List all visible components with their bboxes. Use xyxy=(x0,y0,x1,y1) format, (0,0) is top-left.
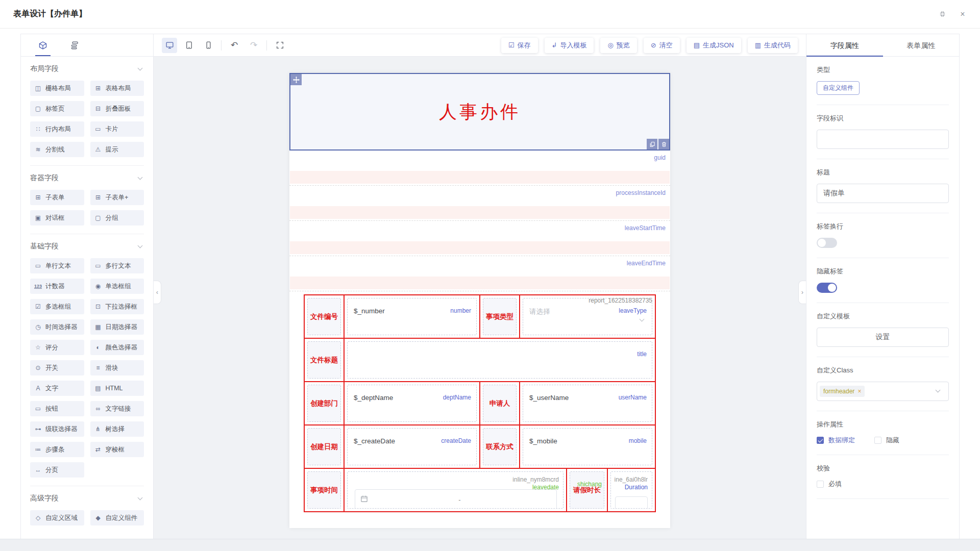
label-cell-inner: 申请人 xyxy=(483,385,517,422)
palette-item-html[interactable]: ▤HTML xyxy=(90,381,144,396)
checkbox-必填[interactable]: 必填 xyxy=(817,480,842,489)
desktop-icon[interactable] xyxy=(162,38,177,53)
palette-item-custom-component[interactable]: ◆自定义组件 xyxy=(90,510,144,525)
palette-item-date[interactable]: ▦日期选择器 xyxy=(90,319,144,335)
compress-icon[interactable] xyxy=(938,10,946,18)
chevron-down-icon xyxy=(138,175,143,180)
table-label-cell[interactable]: 文件编号 xyxy=(305,295,345,338)
palette-item-slider[interactable]: ≡滑块 xyxy=(90,360,144,375)
move-icon[interactable] xyxy=(290,74,302,85)
remove-tag-icon[interactable]: × xyxy=(857,388,861,395)
table-field-cell[interactable]: $_userNameuserName xyxy=(520,382,655,424)
palette-item-steps[interactable]: ≔步骤条 xyxy=(30,442,84,457)
palette-item-grid[interactable]: ◫栅格布局 xyxy=(30,81,84,96)
table-field-cell[interactable]: $_deptNamedeptName xyxy=(345,382,480,424)
palette-item-color[interactable]: ◐颜色选择器 xyxy=(90,340,144,355)
type-value-chip[interactable]: 自定义组件 xyxy=(817,81,860,95)
table-duration-cell[interactable]: ine_6ai0h8lrDuration xyxy=(608,469,655,511)
table-field-cell[interactable]: $_createDatecreateDate xyxy=(345,425,480,468)
duration-input[interactable] xyxy=(615,496,648,509)
hidden-field-leaveEndTime[interactable]: leaveEndTime xyxy=(289,256,670,291)
table-label-cell[interactable]: 请假时长shichang xyxy=(567,469,608,511)
action-save-button[interactable]: ☑保存 xyxy=(501,38,538,53)
table-label-cell[interactable]: 联系方式 xyxy=(480,425,520,468)
palette-section-header[interactable]: 布局字段 xyxy=(30,64,144,73)
custom-class-select[interactable]: formheader× xyxy=(817,382,949,401)
table-label-cell[interactable]: 创建部门 xyxy=(305,382,345,424)
palette-section-header[interactable]: 高级字段 xyxy=(30,494,144,503)
palette-item-time[interactable]: ◷时间选择器 xyxy=(30,319,84,335)
palette-item-card[interactable]: ▭卡片 xyxy=(90,121,144,137)
collapse-left-handle[interactable]: ‹ xyxy=(154,281,161,304)
copy-icon[interactable] xyxy=(647,139,657,149)
collapse-right-handle[interactable]: › xyxy=(798,281,806,304)
table-label-cell[interactable]: 事项时间 xyxy=(305,469,345,511)
palette-item-rate[interactable]: ☆评分 xyxy=(30,340,84,355)
palette-item-alert[interactable]: ⚠提示 xyxy=(90,142,144,157)
table-label-cell[interactable]: 事项类型 xyxy=(480,295,520,338)
phone-icon[interactable] xyxy=(201,38,216,53)
action-preview-button[interactable]: ◎预览 xyxy=(600,38,636,53)
components-cube-icon[interactable] xyxy=(36,34,50,56)
palette-item-tree[interactable]: ⋔树选择 xyxy=(90,421,144,437)
hidden-field-processInstanceId[interactable]: processInstanceId xyxy=(289,186,670,221)
action-json-button[interactable]: ▤生成JSON xyxy=(687,38,741,53)
palette-item-switch[interactable]: ⊙开关 xyxy=(30,360,84,375)
palette-item-textarea[interactable]: ▭多行文本 xyxy=(90,258,144,273)
palette-item-label: 折叠面板 xyxy=(106,105,131,113)
palette-item-subform-plus[interactable]: ⊞子表单+ xyxy=(90,190,144,205)
palette-item-custom-area[interactable]: ◇自定义区域 xyxy=(30,510,84,525)
form-header-block[interactable]: 人事办件 xyxy=(289,73,670,151)
palette-item-collapse[interactable]: ⊟折叠面板 xyxy=(90,101,144,116)
template-settings-button[interactable]: 设置 xyxy=(817,328,949,347)
undo-icon[interactable]: ↶ xyxy=(227,38,242,53)
table-label-cell[interactable]: 申请人 xyxy=(480,382,520,424)
fullscreen-icon[interactable] xyxy=(272,38,287,53)
action-code-button[interactable]: ▥生成代码 xyxy=(748,38,798,53)
table-field-cell[interactable]: $_mobilemobile xyxy=(520,425,655,468)
palette-item-input[interactable]: ▭单行文本 xyxy=(30,258,84,273)
palette-item-button[interactable]: ▭按钮 xyxy=(30,401,84,416)
palette-item-cascader[interactable]: ⊶级联选择器 xyxy=(30,421,84,437)
palette-item-radio[interactable]: ◉单选框组 xyxy=(90,279,144,294)
hide-label-toggle[interactable] xyxy=(817,283,837,293)
table-label-cell[interactable]: 创建日期 xyxy=(305,425,345,468)
checkbox-隐藏[interactable]: 隐藏 xyxy=(874,436,899,445)
palette-item-tabs[interactable]: ▢标签页 xyxy=(30,101,84,116)
palette-item-counter[interactable]: 123计数器 xyxy=(30,279,84,294)
table-field-cell[interactable]: title xyxy=(345,339,655,381)
palette-item-divider[interactable]: ≋分割线 xyxy=(30,142,84,157)
close-icon[interactable]: × xyxy=(959,10,967,18)
palette-item-inline[interactable]: ∷行内布局 xyxy=(30,121,84,137)
palette-section-header[interactable]: 基础字段 xyxy=(30,242,144,251)
palette-item-text[interactable]: A文字 xyxy=(30,381,84,396)
palette-item-table[interactable]: ⊞表格布局 xyxy=(90,81,144,96)
tab-field-properties[interactable]: 字段属性 xyxy=(806,34,883,56)
daterange-picker[interactable]: - xyxy=(355,489,557,509)
tablet-icon[interactable] xyxy=(181,38,197,53)
trash-icon[interactable] xyxy=(658,139,669,149)
redo-icon[interactable]: ↷ xyxy=(246,38,261,53)
palette-item-group[interactable]: ▢分组 xyxy=(90,210,144,226)
label-wrap-toggle[interactable] xyxy=(817,238,837,248)
table-field-cell[interactable]: $_numbernumber xyxy=(345,295,480,338)
table-label-cell[interactable]: 文件标题 xyxy=(305,339,345,381)
tab-form-properties[interactable]: 表单属性 xyxy=(883,34,960,56)
hidden-field-leaveStartTime[interactable]: leaveStartTime xyxy=(289,221,670,256)
palette-item-link[interactable]: ∞文字链接 xyxy=(90,401,144,416)
action-import-button[interactable]: ↲导入模板 xyxy=(545,38,594,53)
outline-list-icon[interactable] xyxy=(68,34,81,56)
palette-item-checkbox[interactable]: ☑多选框组 xyxy=(30,299,84,314)
field-id-input[interactable] xyxy=(817,130,949,149)
palette-item-dialog[interactable]: ▣对话框 xyxy=(30,210,84,226)
hidden-field-guid[interactable]: guid xyxy=(289,151,670,186)
action-clear-button[interactable]: ⊘清空 xyxy=(644,38,680,53)
palette-section-header[interactable]: 容器字段 xyxy=(30,173,144,183)
title-input[interactable] xyxy=(817,184,949,203)
palette-item-select[interactable]: ⊡下拉选择框 xyxy=(90,299,144,314)
table-daterange-cell[interactable]: inline_nym8mcrdleavedate- xyxy=(345,469,567,511)
checkbox-数据绑定[interactable]: 数据绑定 xyxy=(817,436,855,445)
palette-item-subform[interactable]: ⊞子表单 xyxy=(30,190,84,205)
palette-item-pagination[interactable]: ↔分页 xyxy=(30,462,84,478)
palette-item-transfer[interactable]: ⇄穿梭框 xyxy=(90,442,144,457)
